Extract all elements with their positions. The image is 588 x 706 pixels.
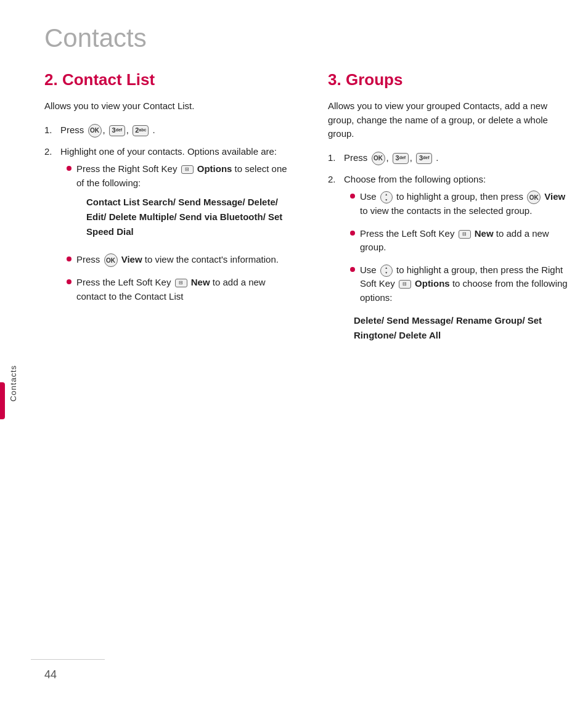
s3-bullet3-text: Use to highlight a group, then press the… bbox=[360, 263, 574, 305]
s3-step2-content: Choose from the following options: Use t… bbox=[344, 173, 574, 348]
options-list: Contact List Search/ Send Message/ Delet… bbox=[86, 195, 297, 239]
page-title: Contacts bbox=[0, 0, 588, 70]
bullet1-text: Press the Right Soft Key ⊟ Options to se… bbox=[76, 162, 297, 244]
abc2-key-icon: 2abc bbox=[133, 125, 149, 136]
s3-step1-number: 1. bbox=[328, 151, 341, 165]
step2-content: Highlight one of your contacts. Options … bbox=[60, 145, 297, 313]
section3-step1: 1. Press OK, 3def, 3def . bbox=[328, 151, 574, 165]
s3-bullet2-text: Press the Left Soft Key ⊟ New to add a n… bbox=[360, 227, 574, 255]
s3-left-soft-key: ⊟ bbox=[459, 230, 471, 239]
s3-def3-key: 3def bbox=[393, 153, 409, 164]
bullet-list: Press the Right Soft Key ⊟ Options to se… bbox=[67, 162, 297, 303]
new-label: New bbox=[191, 277, 210, 287]
s3-options-label: Options bbox=[415, 278, 450, 289]
s3-step2-number: 2. bbox=[328, 173, 341, 187]
nav-icon-1 bbox=[380, 191, 393, 203]
sidebar-label: Contacts bbox=[9, 358, 18, 409]
step1-number: 1. bbox=[44, 123, 58, 138]
s3-def3-key2: 3def bbox=[416, 153, 432, 164]
section2-heading: 2. Contact List bbox=[44, 70, 297, 89]
bullet-dot-2 bbox=[67, 257, 71, 261]
s3-bullet-item-2: Press the Left Soft Key ⊟ New to add a n… bbox=[350, 227, 574, 255]
bullet-item-1: Press the Right Soft Key ⊟ Options to se… bbox=[67, 162, 297, 244]
s3-step1-content: Press OK, 3def, 3def . bbox=[344, 151, 574, 165]
step1-content: Press OK, 3def, 2abc . bbox=[60, 123, 297, 138]
def3-key-icon: 3def bbox=[109, 125, 125, 136]
s3-bullet-item-3: Use to highlight a group, then press the… bbox=[350, 263, 574, 305]
bullet3-text: Press the Left Soft Key ⊟ New to add a n… bbox=[76, 276, 297, 303]
section2-intro: Allows you to view your Contact List. bbox=[44, 99, 297, 113]
section2-column: 2. Contact List Allows you to view your … bbox=[44, 70, 316, 355]
s3-bullet1-text: Use to highlight a group, then press OK … bbox=[360, 190, 574, 218]
s3-bullet-dot-1 bbox=[350, 194, 355, 199]
s3-bullet-list: Use to highlight a group, then press OK … bbox=[350, 190, 574, 305]
left-soft-key-icon: ⊟ bbox=[175, 279, 187, 287]
section2-step2: 2. Highlight one of your contacts. Optio… bbox=[44, 145, 297, 313]
bullet-item-2: Press OK View to view the contact's info… bbox=[67, 253, 297, 267]
ok-key-icon: OK bbox=[88, 124, 102, 138]
right-soft-key-icon: ⊟ bbox=[181, 165, 194, 174]
bullet-item-3: Press the Left Soft Key ⊟ New to add a n… bbox=[67, 276, 297, 303]
sidebar-tab bbox=[0, 382, 5, 419]
view-label: View bbox=[121, 254, 142, 265]
bullet-dot-3 bbox=[67, 279, 71, 284]
page-number: 44 bbox=[44, 668, 57, 681]
s3-ok-key-2: OK bbox=[527, 191, 541, 204]
section2-step1: 1. Press OK, 3def, 2abc . bbox=[44, 123, 297, 138]
step2-number: 2. bbox=[44, 145, 58, 159]
s3-ok-key: OK bbox=[372, 152, 385, 165]
section3-step2: 2. Choose from the following options: Us… bbox=[328, 173, 574, 348]
section3-column: 3. Groups Allows you to view your groupe… bbox=[316, 70, 574, 355]
s3-bullet-dot-2 bbox=[350, 231, 355, 236]
section3-intro: Allows you to view your grouped Contacts… bbox=[328, 99, 574, 141]
s3-new-label: New bbox=[475, 228, 494, 239]
s3-options-list: Delete/ Send Message/ Rename Group/ Set … bbox=[354, 313, 574, 343]
bullet2-text: Press OK View to view the contact's info… bbox=[76, 253, 279, 267]
nav-icon-2 bbox=[380, 265, 393, 277]
s3-right-soft-key: ⊟ bbox=[399, 280, 411, 289]
s3-view-label: View bbox=[544, 191, 565, 202]
page-divider bbox=[31, 659, 105, 660]
section3-heading: 3. Groups bbox=[328, 70, 574, 89]
s3-bullet-item-1: Use to highlight a group, then press OK … bbox=[350, 190, 574, 218]
s3-bullet-dot-3 bbox=[350, 267, 355, 272]
ok-key-2: OK bbox=[104, 253, 118, 267]
content-area: 2. Contact List Allows you to view your … bbox=[0, 70, 588, 355]
bullet-dot-1 bbox=[67, 166, 71, 171]
